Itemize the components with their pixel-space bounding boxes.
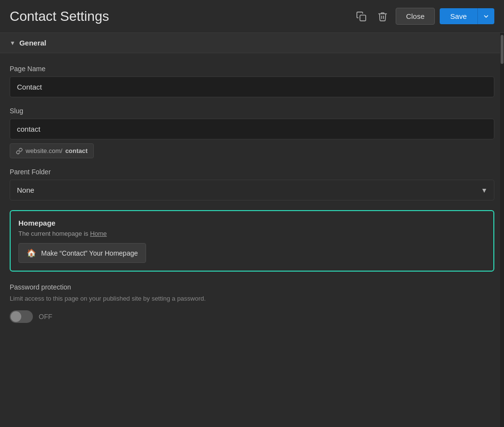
url-slug: contact [65,147,88,154]
chevron-down-icon: ▼ [10,40,15,46]
url-preview: website.com/contact [10,143,94,158]
copy-icon [356,11,367,22]
password-protection-title: Password protection [10,283,494,291]
toggle-off-label: OFF [39,313,52,320]
close-button[interactable]: Close [396,8,434,25]
homepage-desc-prefix: The current homepage is [18,230,90,237]
save-dropdown-button[interactable] [477,8,494,24]
general-section-label: General [19,39,46,47]
parent-folder-select-wrapper: None ▼ [10,180,494,200]
scrollbar-track[interactable] [500,33,504,427]
homepage-link[interactable]: Home [90,230,107,237]
save-button[interactable]: Save [440,8,477,24]
make-homepage-button[interactable]: 🏠 Make “Contact” Your Homepage [18,243,146,263]
parent-folder-label: Parent Folder [10,168,494,176]
page-title: Contact Settings [10,9,353,24]
password-protection-description: Limit access to this page on your publis… [10,294,494,304]
parent-folder-group: Parent Folder None ▼ [10,168,494,200]
homepage-title: Homepage [18,219,486,227]
parent-folder-select[interactable]: None [10,180,494,200]
scrollbar-thumb [501,35,504,64]
slug-label: Slug [10,107,494,115]
homepage-box: Homepage The current homepage is Home 🏠 … [10,210,494,272]
svg-rect-0 [360,15,366,21]
link-icon [16,148,23,154]
header-actions: Close Save [353,8,494,25]
main-content: Page Name Slug website.com/contact Paren… [0,53,504,335]
chevron-down-icon [483,13,489,20]
homepage-description: The current homepage is Home [18,230,486,237]
password-protection-section: Password protection Limit access to this… [10,283,494,323]
make-homepage-label: Make “Contact” Your Homepage [41,249,138,257]
toggle-knob [11,311,21,322]
password-toggle-row: OFF [10,310,494,323]
delete-button[interactable] [374,8,391,25]
page-name-input[interactable] [10,76,494,97]
general-section-header[interactable]: ▼ General [0,33,504,53]
copy-button[interactable] [353,8,370,25]
url-base: website.com/ [26,147,62,154]
trash-icon [377,11,388,22]
password-toggle[interactable] [10,310,33,323]
save-group: Save [440,8,494,24]
header: Contact Settings Close [0,0,504,33]
slug-input[interactable] [10,119,494,139]
page-name-group: Page Name [10,65,494,97]
slug-group: Slug website.com/contact [10,107,494,158]
page-name-label: Page Name [10,65,494,73]
home-icon: 🏠 [27,248,36,258]
